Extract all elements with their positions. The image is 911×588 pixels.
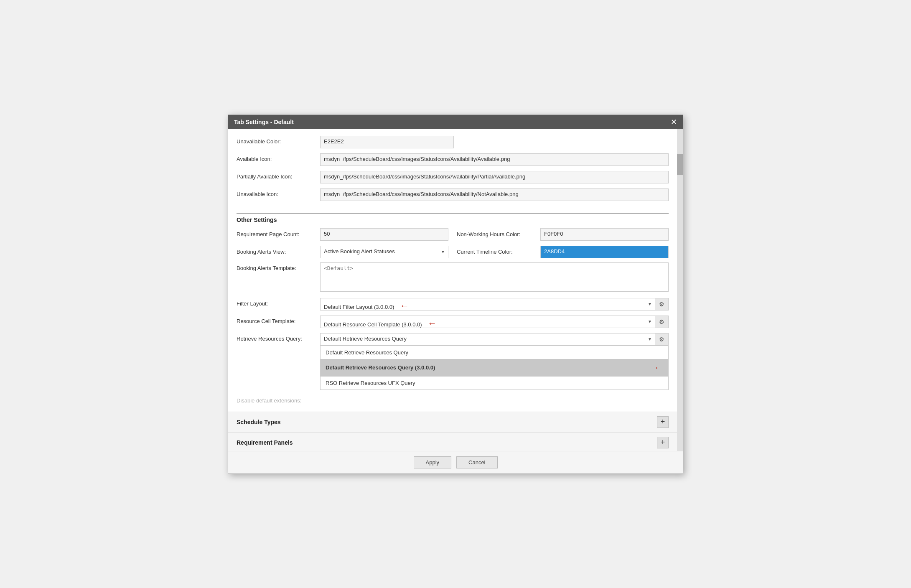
dialog-footer: Apply Cancel (228, 451, 683, 473)
current-timeline-color-right: Current Timeline Color: 2A8DD4 (448, 246, 669, 258)
dropdown-item-0[interactable]: Default Retrieve Resources Query (321, 346, 668, 359)
unavailable-color-row: Unavailable Color: E2E2E2 (237, 133, 669, 151)
resource-cell-red-arrow-icon: ← (428, 318, 437, 328)
schedule-types-title: Schedule Types (237, 419, 657, 425)
dropdown-item-1-red-arrow-icon: ← (654, 362, 663, 373)
unavailable-color-value-wrapper: E2E2E2 (320, 136, 669, 148)
scrollbar-track[interactable] (677, 129, 683, 451)
requirement-panels-section: Requirement Panels + (228, 432, 677, 451)
close-button[interactable]: ✕ (671, 118, 677, 126)
booking-alerts-view-row: Booking Alerts View: Active Booking Aler… (237, 244, 669, 260)
booking-alerts-template-textarea[interactable] (320, 262, 669, 292)
retrieve-resources-query-label: Retrieve Resources Query: (237, 333, 320, 342)
non-working-hours-input[interactable]: F0F0F0 (540, 228, 669, 241)
unavailable-color-label: Unavailable Color: (237, 136, 320, 145)
resource-cell-template-select-with-gear: Default Resource Cell Template (3.0.0.0)… (320, 316, 669, 328)
retrieve-resources-query-dropdown: Default Retrieve Resources Query Default… (320, 346, 669, 390)
non-working-hours-value-wrapper: F0F0F0 (540, 228, 669, 241)
resource-cell-template-value-wrapper: Default Resource Cell Template (3.0.0.0)… (320, 316, 669, 328)
dropdown-item-1-label: Default Retrieve Resources Query (3.0.0.… (326, 364, 435, 371)
resource-cell-template-row: Resource Cell Template: Default Resource… (237, 313, 669, 331)
scrollbar-thumb (677, 154, 683, 175)
unavailable-icon-value-wrapper: msdyn_/fps/ScheduleBoard/css/images/Stat… (320, 188, 669, 201)
booking-alerts-view-label: Booking Alerts View: (237, 249, 320, 255)
current-timeline-color-input[interactable]: 2A8DD4 (540, 246, 669, 258)
disable-default-extensions-row: Disable default extensions: (237, 392, 669, 407)
filter-layout-row: Filter Layout: Default Filter Layout (3.… (237, 295, 669, 313)
unavailable-icon-row: Unavailable Icon: msdyn_/fps/ScheduleBoa… (237, 186, 669, 204)
dialog-titlebar: Tab Settings - Default ✕ (228, 115, 683, 129)
req-page-count-label: Requirement Page Count: (237, 231, 320, 237)
cancel-button[interactable]: Cancel (456, 456, 497, 468)
filter-layout-value-wrapper: Default Filter Layout (3.0.0.0) ← ▼ ⚙ (320, 298, 669, 311)
req-page-count-input[interactable]: 50 (320, 228, 448, 241)
partially-available-icon-input[interactable]: msdyn_/fps/ScheduleBoard/css/images/Stat… (320, 171, 669, 183)
schedule-types-section: Schedule Types + (228, 412, 677, 432)
available-icon-row: Available Icon: msdyn_/fps/ScheduleBoard… (237, 151, 669, 168)
requirement-panels-add-button[interactable]: + (657, 437, 669, 448)
available-icon-value-wrapper: msdyn_/fps/ScheduleBoard/css/images/Stat… (320, 153, 669, 166)
retrieve-resources-query-value-text: Default Retrieve Resources Query (324, 336, 407, 342)
unavailable-icon-label: Unavailable Icon: (237, 188, 320, 197)
filter-layout-select[interactable]: Default Filter Layout (3.0.0.0) ← (320, 298, 655, 311)
filter-layout-value-text: Default Filter Layout (3.0.0.0) (324, 304, 394, 310)
booking-alerts-view-value-wrapper: Active Booking Alert Statuses ▼ (320, 246, 448, 258)
other-settings-heading: Other Settings (237, 216, 669, 223)
dropdown-item-2[interactable]: RSO Retrieve Resources UFX Query (321, 377, 668, 389)
top-fields-section: Unavailable Color: E2E2E2 Available Icon… (228, 129, 677, 208)
retrieve-resources-query-select[interactable]: Default Retrieve Resources Query (320, 333, 655, 346)
req-page-count-value-wrapper: 50 (320, 228, 448, 241)
disable-default-extensions-label: Disable default extensions: (237, 395, 320, 404)
non-working-hours-label: Non-Working Hours Color: (457, 231, 540, 237)
filter-layout-select-with-gear: Default Filter Layout (3.0.0.0) ← ▼ ⚙ (320, 298, 669, 311)
booking-alerts-view-left: Booking Alerts View: Active Booking Aler… (237, 246, 448, 258)
partially-available-icon-label: Partially Available Icon: (237, 171, 320, 180)
req-page-count-left: Requirement Page Count: 50 (237, 228, 448, 241)
available-icon-label: Available Icon: (237, 153, 320, 162)
resource-cell-template-label: Resource Cell Template: (237, 316, 320, 324)
requirement-panels-title: Requirement Panels (237, 439, 657, 446)
retrieve-resources-query-select-with-gear: Default Retrieve Resources Query ▼ ⚙ (320, 333, 669, 346)
dialog-title: Tab Settings - Default (234, 119, 294, 125)
retrieve-resources-query-value-wrapper: Default Retrieve Resources Query ▼ ⚙ Def… (320, 333, 669, 390)
other-settings-section: Other Settings Requirement Page Count: 5… (228, 208, 677, 412)
retrieve-resources-query-row: Retrieve Resources Query: Default Retrie… (237, 331, 669, 392)
resource-cell-template-value-text: Default Resource Cell Template (3.0.0.0) (324, 321, 422, 328)
unavailable-icon-input[interactable]: msdyn_/fps/ScheduleBoard/css/images/Stat… (320, 188, 669, 201)
filter-layout-gear-button[interactable]: ⚙ (655, 298, 669, 311)
filter-layout-label: Filter Layout: (237, 298, 320, 307)
current-timeline-color-label: Current Timeline Color: (457, 249, 540, 255)
partially-available-icon-row: Partially Available Icon: msdyn_/fps/Sch… (237, 168, 669, 186)
tab-settings-dialog: Tab Settings - Default ✕ Unavailable Col… (228, 115, 683, 474)
apply-button[interactable]: Apply (414, 456, 452, 468)
booking-alerts-template-value-wrapper (320, 262, 669, 293)
other-settings-divider (237, 214, 669, 214)
booking-alerts-view-select[interactable]: Active Booking Alert Statuses (320, 246, 448, 258)
resource-cell-template-select[interactable]: Default Resource Cell Template (3.0.0.0)… (320, 316, 655, 328)
available-icon-input[interactable]: msdyn_/fps/ScheduleBoard/css/images/Stat… (320, 153, 669, 166)
non-working-hours-right: Non-Working Hours Color: F0F0F0 (448, 228, 669, 241)
unavailable-color-input[interactable]: E2E2E2 (320, 136, 454, 148)
booking-alerts-template-row: Booking Alerts Template: (237, 260, 669, 295)
dropdown-item-1[interactable]: Default Retrieve Resources Query (3.0.0.… (321, 359, 668, 377)
current-timeline-color-value-wrapper: 2A8DD4 (540, 246, 669, 258)
resource-cell-template-gear-button[interactable]: ⚙ (655, 316, 669, 328)
retrieve-resources-query-gear-button[interactable]: ⚙ (655, 333, 669, 346)
req-page-count-row: Requirement Page Count: 50 Non-Working H… (237, 227, 669, 242)
booking-alerts-template-label: Booking Alerts Template: (237, 262, 320, 271)
filter-layout-red-arrow-icon: ← (400, 300, 409, 311)
schedule-types-add-button[interactable]: + (657, 416, 669, 428)
partially-available-icon-value-wrapper: msdyn_/fps/ScheduleBoard/css/images/Stat… (320, 171, 669, 183)
